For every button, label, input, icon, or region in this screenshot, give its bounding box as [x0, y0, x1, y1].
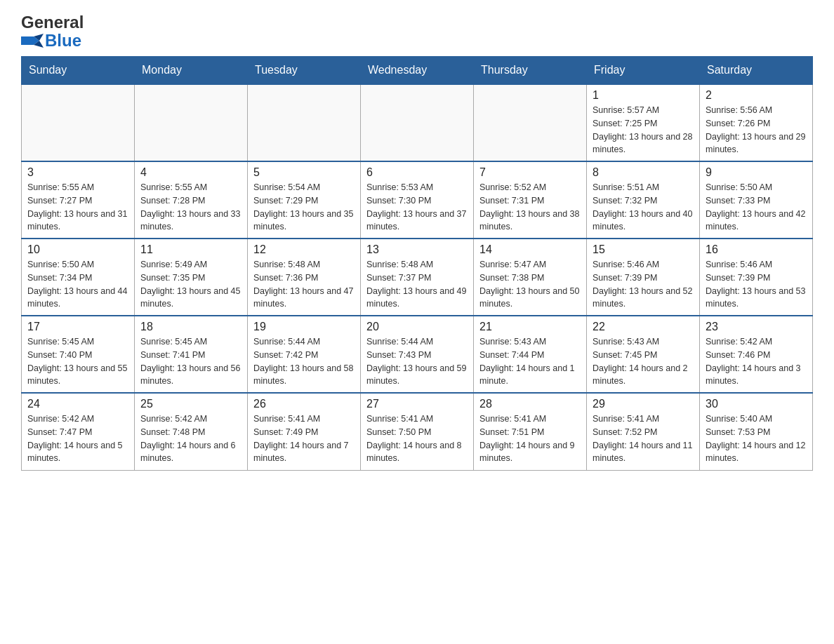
day-info: Sunrise: 5:54 AMSunset: 7:29 PMDaylight:…: [253, 181, 355, 234]
calendar-cell: 28Sunrise: 5:41 AMSunset: 7:51 PMDayligh…: [474, 393, 587, 470]
calendar-cell: 21Sunrise: 5:43 AMSunset: 7:44 PMDayligh…: [474, 316, 587, 393]
day-info: Sunrise: 5:46 AMSunset: 7:39 PMDaylight:…: [593, 258, 694, 311]
calendar-table: SundayMondayTuesdayWednesdayThursdayFrid…: [21, 56, 813, 471]
logo: General Blue: [21, 14, 84, 49]
day-number: 20: [366, 321, 468, 333]
day-number: 27: [366, 398, 468, 410]
calendar-cell: 24Sunrise: 5:42 AMSunset: 7:47 PMDayligh…: [22, 393, 135, 470]
column-header-wednesday: Wednesday: [361, 57, 474, 85]
day-number: 7: [479, 166, 581, 179]
day-info: Sunrise: 5:43 AMSunset: 7:44 PMDaylight:…: [479, 335, 581, 388]
day-number: 24: [27, 398, 128, 410]
calendar-cell: 30Sunrise: 5:40 AMSunset: 7:53 PMDayligh…: [700, 393, 813, 470]
calendar-cell: 25Sunrise: 5:42 AMSunset: 7:48 PMDayligh…: [135, 393, 248, 470]
calendar-cell: 7Sunrise: 5:52 AMSunset: 7:31 PMDaylight…: [474, 161, 587, 239]
day-number: 25: [140, 398, 241, 410]
column-header-tuesday: Tuesday: [248, 57, 361, 85]
day-number: 5: [253, 166, 355, 179]
calendar-week-row: 10Sunrise: 5:50 AMSunset: 7:34 PMDayligh…: [22, 239, 813, 316]
day-info: Sunrise: 5:48 AMSunset: 7:37 PMDaylight:…: [366, 258, 468, 311]
day-number: 6: [366, 166, 468, 179]
day-info: Sunrise: 5:41 AMSunset: 7:49 PMDaylight:…: [253, 412, 355, 465]
day-number: 12: [253, 243, 355, 256]
calendar-cell: [474, 84, 587, 161]
calendar-cell: 4Sunrise: 5:55 AMSunset: 7:28 PMDaylight…: [135, 161, 248, 239]
day-number: 18: [140, 321, 241, 333]
calendar-cell: 18Sunrise: 5:45 AMSunset: 7:41 PMDayligh…: [135, 316, 248, 393]
day-number: 30: [706, 398, 807, 410]
calendar-week-row: 3Sunrise: 5:55 AMSunset: 7:27 PMDaylight…: [22, 161, 813, 239]
calendar-cell: 10Sunrise: 5:50 AMSunset: 7:34 PMDayligh…: [22, 239, 135, 316]
day-info: Sunrise: 5:40 AMSunset: 7:53 PMDaylight:…: [706, 412, 807, 465]
day-info: Sunrise: 5:44 AMSunset: 7:43 PMDaylight:…: [366, 335, 468, 388]
calendar-cell: 5Sunrise: 5:54 AMSunset: 7:29 PMDaylight…: [248, 161, 361, 239]
day-info: Sunrise: 5:41 AMSunset: 7:51 PMDaylight:…: [479, 412, 581, 465]
day-number: 23: [706, 321, 807, 333]
day-info: Sunrise: 5:42 AMSunset: 7:48 PMDaylight:…: [140, 412, 241, 465]
calendar-week-row: 24Sunrise: 5:42 AMSunset: 7:47 PMDayligh…: [22, 393, 813, 470]
day-number: 11: [140, 243, 241, 256]
day-info: Sunrise: 5:42 AMSunset: 7:47 PMDaylight:…: [27, 412, 128, 465]
day-info: Sunrise: 5:52 AMSunset: 7:31 PMDaylight:…: [479, 181, 581, 234]
calendar-cell: 29Sunrise: 5:41 AMSunset: 7:52 PMDayligh…: [587, 393, 700, 470]
day-info: Sunrise: 5:43 AMSunset: 7:45 PMDaylight:…: [593, 335, 694, 388]
calendar-cell: 8Sunrise: 5:51 AMSunset: 7:32 PMDaylight…: [587, 161, 700, 239]
day-info: Sunrise: 5:47 AMSunset: 7:38 PMDaylight:…: [479, 258, 581, 311]
calendar-cell: 26Sunrise: 5:41 AMSunset: 7:49 PMDayligh…: [248, 393, 361, 470]
day-number: 26: [253, 398, 355, 410]
calendar-cell: 16Sunrise: 5:46 AMSunset: 7:39 PMDayligh…: [700, 239, 813, 316]
calendar-cell: 20Sunrise: 5:44 AMSunset: 7:43 PMDayligh…: [361, 316, 474, 393]
page-header: General Blue: [21, 14, 813, 49]
day-number: 28: [479, 398, 581, 410]
day-info: Sunrise: 5:50 AMSunset: 7:33 PMDaylight:…: [706, 181, 807, 234]
calendar-cell: 17Sunrise: 5:45 AMSunset: 7:40 PMDayligh…: [22, 316, 135, 393]
day-number: 16: [706, 243, 807, 256]
calendar-cell: 27Sunrise: 5:41 AMSunset: 7:50 PMDayligh…: [361, 393, 474, 470]
calendar-cell: [361, 84, 474, 161]
day-info: Sunrise: 5:41 AMSunset: 7:52 PMDaylight:…: [593, 412, 694, 465]
day-info: Sunrise: 5:44 AMSunset: 7:42 PMDaylight:…: [253, 335, 355, 388]
calendar-cell: 22Sunrise: 5:43 AMSunset: 7:45 PMDayligh…: [587, 316, 700, 393]
calendar-cell: 14Sunrise: 5:47 AMSunset: 7:38 PMDayligh…: [474, 239, 587, 316]
day-number: 15: [593, 243, 694, 256]
column-header-saturday: Saturday: [700, 57, 813, 85]
day-info: Sunrise: 5:49 AMSunset: 7:35 PMDaylight:…: [140, 258, 241, 311]
day-number: 9: [706, 166, 807, 179]
day-number: 1: [593, 89, 694, 102]
calendar-week-row: 1Sunrise: 5:57 AMSunset: 7:25 PMDaylight…: [22, 84, 813, 161]
day-number: 4: [140, 166, 241, 179]
day-number: 29: [593, 398, 694, 410]
calendar-cell: 6Sunrise: 5:53 AMSunset: 7:30 PMDaylight…: [361, 161, 474, 239]
calendar-cell: [248, 84, 361, 161]
day-number: 19: [253, 321, 355, 333]
calendar-header-row: SundayMondayTuesdayWednesdayThursdayFrid…: [22, 57, 813, 85]
day-info: Sunrise: 5:45 AMSunset: 7:40 PMDaylight:…: [27, 335, 128, 388]
calendar-cell: 11Sunrise: 5:49 AMSunset: 7:35 PMDayligh…: [135, 239, 248, 316]
day-number: 14: [479, 243, 581, 256]
calendar-cell: 2Sunrise: 5:56 AMSunset: 7:26 PMDaylight…: [700, 84, 813, 161]
day-info: Sunrise: 5:57 AMSunset: 7:25 PMDaylight:…: [593, 104, 694, 156]
day-info: Sunrise: 5:48 AMSunset: 7:36 PMDaylight:…: [253, 258, 355, 311]
day-info: Sunrise: 5:46 AMSunset: 7:39 PMDaylight:…: [706, 258, 807, 311]
column-header-sunday: Sunday: [22, 57, 135, 85]
day-number: 21: [479, 321, 581, 333]
column-header-monday: Monday: [135, 57, 248, 85]
day-number: 8: [593, 166, 694, 179]
calendar-cell: 23Sunrise: 5:42 AMSunset: 7:46 PMDayligh…: [700, 316, 813, 393]
calendar-cell: 13Sunrise: 5:48 AMSunset: 7:37 PMDayligh…: [361, 239, 474, 316]
column-header-thursday: Thursday: [474, 57, 587, 85]
day-number: 17: [27, 321, 128, 333]
day-number: 10: [27, 243, 128, 256]
day-info: Sunrise: 5:50 AMSunset: 7:34 PMDaylight:…: [27, 258, 128, 311]
calendar-cell: 9Sunrise: 5:50 AMSunset: 7:33 PMDaylight…: [700, 161, 813, 239]
day-info: Sunrise: 5:45 AMSunset: 7:41 PMDaylight:…: [140, 335, 241, 388]
calendar-cell: [22, 84, 135, 161]
day-info: Sunrise: 5:55 AMSunset: 7:28 PMDaylight:…: [140, 181, 241, 234]
logo-mark: General Blue: [21, 14, 84, 49]
day-info: Sunrise: 5:51 AMSunset: 7:32 PMDaylight:…: [593, 181, 694, 234]
calendar-cell: 12Sunrise: 5:48 AMSunset: 7:36 PMDayligh…: [248, 239, 361, 316]
day-number: 3: [27, 166, 128, 179]
day-info: Sunrise: 5:42 AMSunset: 7:46 PMDaylight:…: [706, 335, 807, 388]
day-number: 13: [366, 243, 468, 256]
calendar-cell: 19Sunrise: 5:44 AMSunset: 7:42 PMDayligh…: [248, 316, 361, 393]
